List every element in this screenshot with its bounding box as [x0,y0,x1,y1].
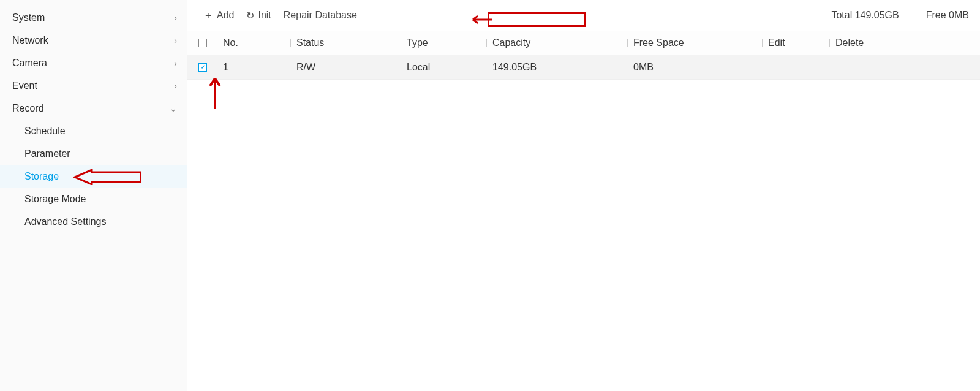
table-header: No. Status Type Capacity Free Space Edit… [187,31,980,55]
chevron-right-icon: › [174,13,177,23]
init-button[interactable]: ↻ Init [241,7,276,24]
chevron-right-icon: › [174,58,177,68]
row-status: R/W [296,62,407,73]
col-delete: Delete [835,37,897,48]
free-info: Free 0MB [926,10,969,21]
sidebar-item-camera[interactable]: Camera › [0,51,187,74]
sidebar-item-advanced-settings[interactable]: Advanced Settings [0,210,187,233]
sidebar-label: Storage Mode [24,194,86,205]
sidebar-item-parameter[interactable]: Parameter [0,142,187,165]
sidebar-label: Storage [24,171,59,182]
col-capacity: Capacity [492,37,633,48]
repair-database-button[interactable]: Repair Database [279,7,362,23]
col-no: No. [223,37,296,48]
sidebar-label: Schedule [24,126,66,137]
sidebar-label: Event [12,80,37,91]
repair-label: Repair Database [284,10,357,21]
sidebar-item-storage[interactable]: Storage [0,165,187,188]
add-label: Add [217,10,234,21]
chevron-down-icon: ⌄ [170,104,177,113]
init-label: Init [258,10,271,21]
col-free: Free Space [633,37,768,48]
row-capacity: 149.05GB [492,62,633,73]
total-info: Total 149.05GB [831,10,899,21]
sidebar-label: Advanced Settings [24,216,106,227]
sidebar-label: System [12,12,45,23]
sidebar-item-schedule[interactable]: Schedule [0,120,187,142]
sidebar-item-system[interactable]: System › [0,6,187,29]
sidebar-label: Camera [12,58,47,69]
chevron-right-icon: › [174,81,177,91]
table-row[interactable]: ✔ 1 R/W Local 149.05GB 0MB [187,55,980,80]
row-no: 1 [223,62,296,73]
sidebar-item-record[interactable]: Record ⌄ [0,97,187,120]
sidebar-label: Record [12,103,44,114]
col-status: Status [296,37,407,48]
sidebar-item-network[interactable]: Network › [0,29,187,51]
sidebar-label: Network [12,35,48,46]
col-type: Type [407,37,492,48]
row-type: Local [407,62,492,73]
sidebar: System › Network › Camera › Event › Reco… [0,0,187,391]
sidebar-item-storage-mode[interactable]: Storage Mode [0,188,187,210]
select-all-checkbox[interactable] [198,39,207,47]
refresh-icon: ↻ [246,10,254,21]
row-free: 0MB [633,62,768,73]
sidebar-label: Parameter [24,148,70,159]
sidebar-item-event[interactable]: Event › [0,74,187,97]
row-checkbox[interactable]: ✔ [198,63,207,72]
chevron-right-icon: › [174,36,177,45]
plus-icon: ＋ [203,9,213,22]
main-panel: ＋ Add ↻ Init Repair Database Total 149.0… [187,0,980,391]
col-edit: Edit [768,37,835,48]
add-button[interactable]: ＋ Add [198,7,239,25]
toolbar: ＋ Add ↻ Init Repair Database Total 149.0… [187,0,980,31]
